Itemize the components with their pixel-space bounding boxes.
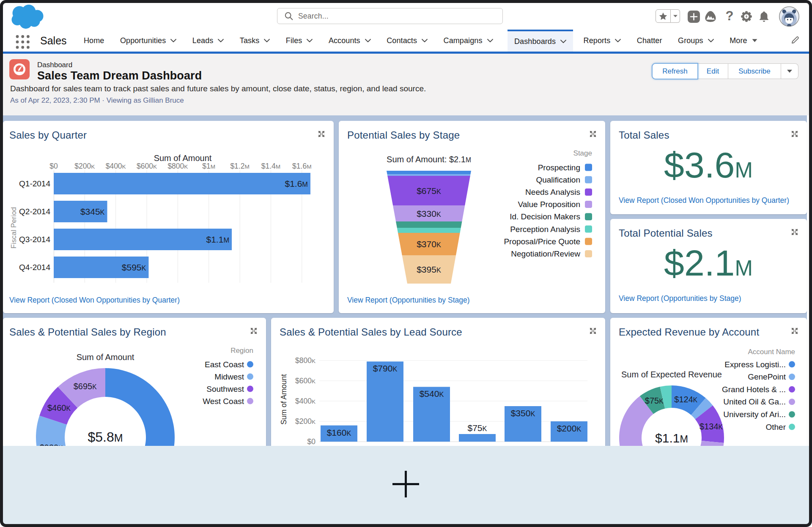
dashboard-description: Dashboard for sales team to track past s… xyxy=(10,84,426,93)
card-expected-revenue: Sum of Expected Revenue$124K$134K$75K$1.… xyxy=(610,318,807,446)
nav-tab-label: Leads xyxy=(192,36,214,45)
nav-tab-label: Campaigns xyxy=(444,36,483,45)
chart-text: $400K xyxy=(106,162,126,170)
bar[interactable] xyxy=(54,229,232,250)
chart-text: GenePoint xyxy=(748,372,786,381)
legend-marker xyxy=(789,399,795,405)
expand-icon[interactable] xyxy=(791,327,798,335)
setup-button[interactable] xyxy=(740,10,753,23)
expand-icon[interactable] xyxy=(589,327,597,335)
chart-text: Value Proposition xyxy=(518,200,580,209)
favorites-star-button[interactable] xyxy=(656,9,671,23)
chart-text: $695K xyxy=(74,382,97,391)
expand-icon[interactable] xyxy=(791,130,798,138)
chart-text: $1M xyxy=(202,162,215,170)
nav-tab-contacts[interactable]: Contacts xyxy=(387,30,428,52)
expand-icon[interactable] xyxy=(589,130,597,138)
nav-tab-tasks[interactable]: Tasks xyxy=(240,30,270,52)
nav-tab-leads[interactable]: Leads xyxy=(192,30,224,52)
funnel-segment[interactable] xyxy=(384,174,473,176)
chevron-down-icon xyxy=(615,39,621,42)
chart-text: Region xyxy=(230,347,253,355)
legend-marker xyxy=(789,411,795,418)
nav-tab-reports[interactable]: Reports xyxy=(584,30,621,52)
dashboard-meta: As of Apr 22, 2023, 2:30 PM · Viewing as… xyxy=(10,96,184,105)
legend-marker xyxy=(247,398,253,404)
nav-tab-more[interactable]: More xyxy=(730,30,757,52)
chart-text: $675K xyxy=(417,186,441,196)
global-search[interactable]: Search... xyxy=(277,8,503,24)
app-launcher-icon[interactable] xyxy=(15,35,30,49)
funnel-segment[interactable] xyxy=(384,228,473,233)
chart-text: Q2-2014 xyxy=(19,207,50,216)
expand-icon[interactable] xyxy=(318,130,325,138)
chart-text: $790K xyxy=(373,363,398,373)
expand-icon[interactable] xyxy=(791,228,798,236)
card-total-sales: $3.6M Total Sales View Report (Closed Wo… xyxy=(610,121,807,214)
card-total-potential-sales: $2.1M Total Potential Sales View Report … xyxy=(610,219,807,313)
chart-text: $134K xyxy=(700,422,723,431)
legend-marker xyxy=(789,374,795,380)
more-actions-button[interactable] xyxy=(781,63,798,79)
expand-icon[interactable] xyxy=(250,327,258,335)
view-report-link[interactable]: View Report (Opportunities by Stage) xyxy=(347,296,470,305)
notifications-button[interactable] xyxy=(757,10,770,23)
dashboard-icon xyxy=(9,59,30,79)
chart-text: $540K xyxy=(420,389,444,399)
chart-text: Id. Decision Makers xyxy=(510,212,580,221)
view-report-link[interactable]: View Report (Closed Won Opportunities by… xyxy=(619,196,789,205)
chart-text: Needs Analysis xyxy=(525,188,580,197)
metric-value: $3.6M xyxy=(664,145,753,185)
legend-marker xyxy=(247,386,253,392)
nav-tab-chatter[interactable]: Chatter xyxy=(637,30,662,52)
record-type-label: Dashboard xyxy=(37,61,72,69)
chart-text: West Coast xyxy=(203,397,244,406)
card-title: Potential Sales by Stage xyxy=(347,129,460,141)
bar[interactable] xyxy=(54,173,310,194)
refresh-button[interactable]: Refresh xyxy=(652,63,698,79)
nav-tab-label: Contacts xyxy=(387,36,417,45)
nav-tab-groups[interactable]: Groups xyxy=(678,30,714,52)
favorites-list-button[interactable] xyxy=(671,9,680,23)
chevron-down-icon xyxy=(170,39,176,42)
funnel-segment[interactable] xyxy=(384,221,473,228)
chevron-down-icon xyxy=(307,39,313,42)
view-report-link[interactable]: View Report (Closed Won Opportunities by… xyxy=(9,296,180,305)
nav-tab-files[interactable]: Files xyxy=(286,30,313,52)
chart-text: Other xyxy=(765,423,786,431)
pencil-icon[interactable] xyxy=(791,36,799,44)
legend-marker xyxy=(585,201,592,208)
chart-text: Qualification xyxy=(536,175,580,184)
trailhead-help-button[interactable] xyxy=(704,10,717,23)
nav-tab-label: More xyxy=(730,36,747,45)
legend-marker xyxy=(789,386,795,393)
nav-tab-home[interactable]: Home xyxy=(84,30,104,52)
bar[interactable] xyxy=(459,434,496,442)
bar[interactable] xyxy=(367,361,403,442)
global-actions-button[interactable] xyxy=(687,10,700,23)
chart-text: $0 xyxy=(307,437,316,446)
nav-tab-accounts[interactable]: Accounts xyxy=(329,30,371,52)
chart-text: $395K xyxy=(417,265,441,274)
chart-text: $200K xyxy=(74,162,95,170)
chart-text: Midwest xyxy=(214,372,244,381)
chart-text: Q3-2014 xyxy=(19,235,50,244)
card-title: Sales & Potential Sales by Region xyxy=(9,326,166,338)
edit-button[interactable]: Edit xyxy=(698,63,728,79)
chart-text: $160K xyxy=(327,428,351,437)
legend-marker xyxy=(585,188,592,196)
view-report-link[interactable]: View Report (Opportunities by Stage) xyxy=(619,294,741,303)
nav-tab-dashboards[interactable]: Dashboards xyxy=(508,30,573,52)
chart-text: $124K xyxy=(674,395,698,404)
plus-icon xyxy=(688,11,700,23)
avatar[interactable] xyxy=(779,6,800,27)
chart-text: Sum of Amount: $2.1M xyxy=(387,155,471,164)
card-sales-by-region: Sum of Amount$930K$460K$695K$5.8MRegionE… xyxy=(3,318,266,446)
funnel-segment[interactable] xyxy=(384,171,473,174)
chart-text: $1.1M xyxy=(655,431,688,445)
subscribe-button[interactable]: Subscribe xyxy=(728,63,781,79)
nav-tab-campaigns[interactable]: Campaigns xyxy=(444,30,493,52)
help-button[interactable]: ? xyxy=(723,10,736,23)
chart-text: $1.4M xyxy=(261,162,280,170)
nav-tab-opportunities[interactable]: Opportunities xyxy=(120,30,176,52)
